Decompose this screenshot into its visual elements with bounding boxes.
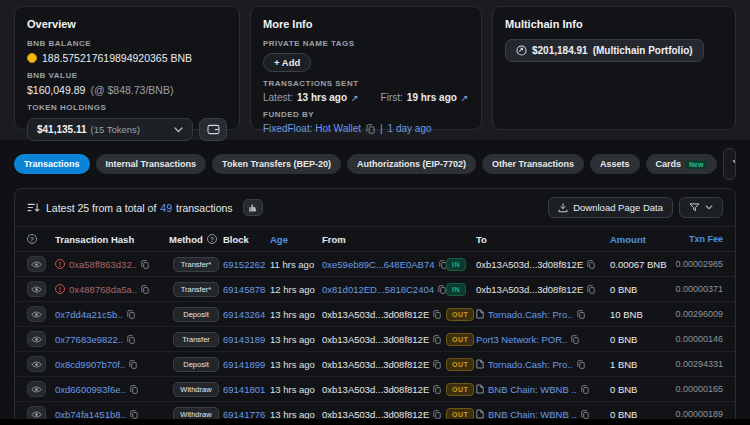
copy-icon[interactable] [577, 310, 585, 319]
multichain-portfolio-button[interactable]: $201,184.91 (Multichain Portfolio) [505, 39, 704, 62]
eye-button[interactable] [27, 381, 46, 397]
copy-icon[interactable] [366, 124, 375, 134]
first-external-link-icon[interactable]: ↗ [461, 93, 469, 103]
direction-badge: IN [446, 258, 466, 271]
tx-hash-link[interactable]: 0xb74fa1451b8.. [55, 409, 126, 420]
age-text: 11 hrs ago [270, 259, 314, 270]
col-amount[interactable]: Amount [610, 234, 646, 245]
block-link[interactable]: 69152262 [223, 259, 265, 270]
copy-icon[interactable] [438, 285, 446, 294]
multichain-info-card: Multichain Info $201,184.91 (Multichain … [492, 6, 736, 130]
from-address-link[interactable]: 0x81d012ED...5818C2404 [322, 284, 434, 295]
copy-icon[interactable] [571, 335, 579, 344]
copy-icon[interactable] [587, 285, 595, 294]
block-link[interactable]: 69141776 [223, 409, 265, 420]
method-badge: Deposit [173, 357, 219, 372]
transaction-row: 0xd6600993f6e.. Withdraw 69141801 13 hrs… [15, 377, 735, 402]
to-address-link[interactable]: Tornado.Cash: Pro.. [488, 309, 573, 320]
copy-icon[interactable] [577, 360, 585, 369]
copy-icon[interactable] [433, 385, 441, 394]
multichain-title: Multichain Info [505, 18, 723, 30]
wallet-button[interactable] [199, 118, 227, 141]
tab-transactions[interactable]: Transactions [14, 154, 90, 174]
copy-icon[interactable] [433, 310, 441, 319]
tx-hash-link[interactable]: 0x7dd4a21c5b.. [55, 309, 123, 320]
latest-value: 13 hrs ago [297, 92, 347, 103]
eye-button[interactable] [27, 281, 46, 297]
copy-icon[interactable] [581, 385, 589, 394]
eye-button[interactable] [27, 331, 46, 347]
block-link[interactable]: 69141899 [223, 359, 265, 370]
token-holdings-count: (15 Tokens) [91, 124, 140, 135]
copy-icon[interactable] [587, 260, 595, 269]
copy-icon[interactable] [433, 335, 441, 344]
copy-icon[interactable] [433, 410, 441, 419]
contract-icon [476, 359, 484, 369]
copy-icon[interactable] [141, 285, 149, 294]
to-address-link[interactable]: BNB Chain: WBNB .. [488, 384, 577, 395]
from-address-text: 0xb13A503d...3d08f812E [322, 334, 429, 345]
from-address-link[interactable]: 0xe59eb89C...648E0AB74 [322, 259, 435, 270]
method-badge: Deposit [173, 307, 219, 322]
method-badge: Transfer* [173, 257, 219, 272]
txn-fee-text: 0.00000371 [675, 284, 723, 294]
private-name-tags-label: PRIVATE NAME TAGS [263, 39, 469, 48]
copy-icon[interactable] [439, 260, 446, 269]
to-address-link[interactable]: Port3 Network: POR.. [476, 334, 567, 345]
tab-other-transactions[interactable]: Other Transactions [482, 154, 584, 174]
copy-icon[interactable] [130, 385, 138, 394]
txn-fee-text: 0.00000146 [675, 334, 723, 344]
txn-fee-text: 0.00296009 [675, 309, 723, 319]
tabs-bar: TransactionsInternal TransactionsToken T… [14, 148, 736, 180]
copy-icon[interactable] [433, 360, 441, 369]
table-filter-button[interactable] [679, 197, 723, 218]
download-label: Download Page Data [573, 202, 663, 213]
to-address-link[interactable]: BNB Chain: WBNB .. [488, 409, 577, 420]
eye-button[interactable] [27, 256, 46, 272]
tab-assets[interactable]: Assets [590, 154, 640, 174]
block-link[interactable]: 69143264 [223, 309, 265, 320]
tx-hash-link[interactable]: 0xd6600993f6e.. [55, 384, 126, 395]
download-page-data-button[interactable]: Download Page Data [548, 197, 673, 218]
tx-hash-link[interactable]: 0x488768da5a.. [69, 284, 137, 295]
summary-count-link[interactable]: 49 [160, 202, 172, 214]
funded-age-link[interactable]: 1 day ago [388, 123, 432, 134]
tab-cards[interactable]: CardsNew [646, 154, 718, 174]
block-link[interactable]: 69145878 [223, 284, 265, 295]
copy-icon[interactable] [127, 335, 135, 344]
tab-authorizations-eip-7702[interactable]: Authorizations (EIP-7702) [347, 154, 476, 174]
copy-icon[interactable] [127, 310, 135, 319]
address-summary-section: Overview BNB BALANCE 188.575217619894920… [0, 0, 750, 140]
token-holdings-dropdown[interactable]: $41,135.11 (15 Tokens) [27, 118, 193, 141]
add-name-tag-button[interactable]: + Add [263, 53, 311, 72]
tab-token-transfers-bep-20[interactable]: Token Transfers (BEP-20) [212, 154, 341, 174]
tx-hash-link[interactable]: 0xa58ff863d32.. [69, 259, 137, 270]
block-link[interactable]: 69141801 [223, 384, 265, 395]
copy-icon[interactable] [130, 410, 138, 419]
latest-external-link-icon[interactable]: ↗ [351, 93, 359, 103]
to-address-link[interactable]: Tornado.Cash: Pro.. [488, 359, 573, 370]
funnel-icon [732, 160, 736, 169]
eye-button[interactable] [27, 306, 46, 322]
tab-label: Other Transactions [492, 159, 574, 169]
advanced-filter-button[interactable]: Advanced Filter [723, 148, 736, 180]
tx-hash-link[interactable]: 0x77683e9822.. [55, 334, 123, 345]
copy-icon[interactable] [581, 410, 589, 419]
copy-icon[interactable] [129, 360, 137, 369]
from-address-text: 0xb13A503d...3d08f812E [322, 384, 429, 395]
token-holdings-label: TOKEN HOLDINGS [27, 103, 227, 112]
block-link[interactable]: 69143189 [223, 334, 265, 345]
copy-icon[interactable] [141, 260, 149, 269]
tab-internal-transactions[interactable]: Internal Transactions [96, 154, 207, 174]
direction-badge: OUT [446, 358, 474, 371]
eye-button[interactable] [27, 356, 46, 372]
bnb-rate: (@ $848.73/BNB) [90, 84, 173, 96]
col-age[interactable]: Age [270, 234, 288, 245]
funded-by-link[interactable]: FixedFloat: Hot Wallet [263, 123, 361, 134]
transaction-row: 0x77683e9822.. Transfer 69143189 13 hrs … [15, 327, 735, 352]
thumbs-up-icon-button[interactable] [243, 199, 263, 216]
col-txn-fee[interactable]: Txn Fee [689, 234, 723, 244]
method-badge: Transfer* [173, 282, 219, 297]
tx-hash-link[interactable]: 0x8cd9907b70f.. [55, 359, 125, 370]
contract-icon [476, 409, 484, 419]
